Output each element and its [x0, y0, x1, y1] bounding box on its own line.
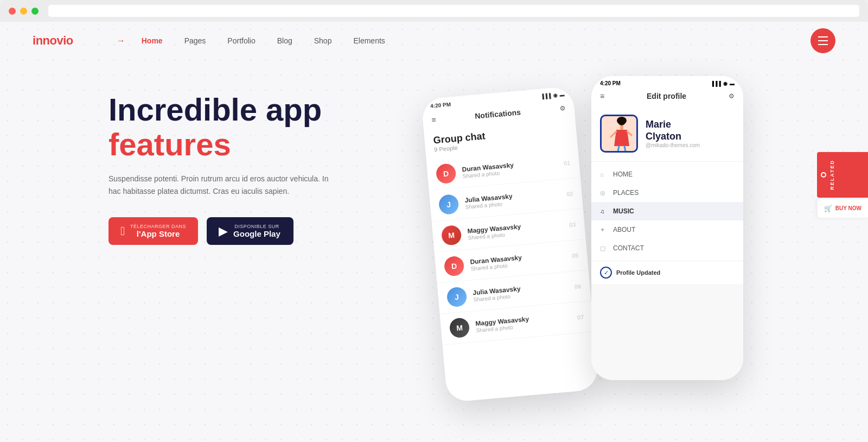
nav-arrow-icon: → — [117, 36, 125, 46]
profile-name: MarieClyaton — [646, 119, 700, 142]
profile-menu: ⌂ HOME ◎ PLACES ♫ MUSIC ✦ ABOUT — [591, 162, 743, 261]
cta-buttons:  Télécharger dans l'App Store ▶ DISPONI… — [108, 217, 336, 245]
hero-section: Incredible app features Suspendisse pote… — [0, 60, 336, 245]
menu-label-home: HOME — [613, 171, 633, 178]
hero-title-line1: Incredible app — [108, 92, 322, 127]
notif-avatar-2: J — [438, 194, 459, 215]
browser-minimize-dot[interactable] — [20, 8, 27, 15]
signal2-icon: ▐▐▐ — [711, 81, 721, 86]
svg-point-7 — [617, 117, 627, 124]
browser-chrome — [0, 0, 868, 22]
battery2-icon: ▬ — [730, 81, 735, 86]
contact-icon: ▢ — [600, 245, 608, 252]
related-tab[interactable]: RELATED — [817, 152, 868, 198]
nav-link-elements[interactable]: Elements — [353, 36, 385, 45]
phone2-header: ≡ Edit profile ⚙ — [591, 89, 743, 106]
phone1-time: 4:20 PM — [430, 102, 451, 109]
notif-info-4: Duran Wasavsky Shared a photo — [470, 249, 572, 271]
check-circle-icon: ✓ — [600, 267, 612, 279]
nav-link-pages[interactable]: Pages — [184, 36, 206, 45]
profile-updated-text: Profile Updated — [616, 269, 660, 276]
phone1-menu-icon: ≡ — [431, 115, 437, 124]
phone2-status-bar: 4:20 PM ▐▐▐ ◉ ▬ — [591, 76, 743, 89]
googleplay-button-text: DISPONIBLE SUR Google Play — [233, 224, 280, 238]
svg-line-5 — [624, 146, 626, 151]
notif-avatar-1: D — [436, 163, 457, 184]
notif-num-4: 05 — [572, 252, 579, 259]
phone-notifications: 4:20 PM ▐▐▐ ◉ ▬ ≡ Notifications ⚙ Group … — [421, 86, 599, 402]
googleplay-button[interactable]: ▶ DISPONIBLE SUR Google Play — [207, 217, 293, 245]
appstore-button[interactable]:  Télécharger dans l'App Store — [108, 217, 198, 245]
phone-edit-profile: 4:20 PM ▐▐▐ ◉ ▬ ≡ Edit profile ⚙ — [591, 76, 743, 380]
wifi-icon: ◉ — [553, 92, 558, 98]
browser-close-dot[interactable] — [9, 8, 16, 15]
notif-num-6: 07 — [577, 314, 584, 321]
cart-icon: 🛒 — [824, 205, 832, 212]
menu-label-places: PLACES — [613, 189, 639, 197]
page-content: innovio → Home Pages Portfolio Blog Shop… — [0, 22, 868, 442]
hamburger-line — [818, 40, 828, 41]
nav-link-shop[interactable]: Shop — [314, 36, 332, 45]
notif-info-2: Julia Wasavsky Shared a photo — [464, 187, 567, 210]
phone1-filter-icon: ⚙ — [559, 104, 566, 112]
apple-icon:  — [120, 224, 125, 238]
menu-item-music[interactable]: ♫ MUSIC — [591, 202, 743, 220]
places-icon: ◎ — [600, 190, 608, 197]
hamburger-menu-button[interactable] — [810, 28, 835, 53]
phone2-screen: 4:20 PM ▐▐▐ ◉ ▬ ≡ Edit profile ⚙ — [591, 76, 743, 380]
phone2-header-title: Edit profile — [647, 92, 686, 100]
notif-info-3: Maggy Wasavsky Shared a photo — [467, 218, 570, 241]
buy-now-tab[interactable]: 🛒 BUY NOW — [817, 199, 868, 218]
notif-avatar-3: M — [441, 225, 462, 246]
phone1-header-title: Notifications — [475, 108, 521, 120]
notif-avatar-4: D — [444, 256, 465, 277]
signal-icon: ▐▐▐ — [540, 93, 551, 99]
hero-title-highlight: features — [108, 127, 231, 162]
notif-avatar-5: J — [446, 286, 468, 307]
phone2-filter-icon: ⚙ — [729, 92, 735, 100]
menu-item-home[interactable]: ⌂ HOME — [591, 165, 743, 184]
svg-rect-6 — [620, 125, 623, 130]
hamburger-line — [818, 36, 828, 37]
nav-links: Home Pages Portfolio Blog Shop Elements — [142, 36, 385, 45]
browser-url-bar[interactable] — [48, 5, 859, 17]
buy-now-label: BUY NOW — [835, 205, 861, 211]
logo: innovio — [33, 34, 73, 48]
menu-item-places[interactable]: ◎ PLACES — [591, 184, 743, 202]
profile-section: MarieClyaton @mikado-themes.com — [591, 106, 743, 162]
phone2-menu-icon: ≡ — [600, 92, 604, 100]
svg-line-3 — [627, 131, 631, 135]
home-icon: ⌂ — [600, 171, 608, 178]
notif-info-6: Maggy Wasavsky Shared a photo — [475, 311, 578, 333]
phone2-time: 4:20 PM — [600, 80, 621, 86]
phones-container: 4:20 PM ▐▐▐ ◉ ▬ ≡ Notifications ⚙ Group … — [418, 49, 825, 429]
hero-description: Suspendisse potenti. Proin rutrum arcu i… — [108, 173, 336, 199]
hero-title: Incredible app features — [108, 92, 336, 162]
notif-info-1: Duran Wasavsky Shared a photo — [462, 156, 564, 179]
notif-num-5: 06 — [574, 283, 581, 290]
profile-figure-svg — [605, 116, 633, 151]
profile-updated-section: ✓ Profile Updated — [591, 261, 743, 284]
appstore-button-text: Télécharger dans l'App Store — [130, 224, 186, 238]
menu-label-about: ABOUT — [613, 226, 635, 233]
profile-email: @mikado-themes.com — [646, 142, 700, 148]
notification-list: D Duran Wasavsky Shared a photo 01 J Jul… — [426, 144, 599, 402]
menu-item-about[interactable]: ✦ ABOUT — [591, 220, 743, 239]
notif-info-5: Julia Wasavsky Shared a photo — [473, 280, 575, 302]
nav-link-blog[interactable]: Blog — [277, 36, 292, 45]
svg-line-4 — [618, 146, 619, 151]
nav-link-portfolio[interactable]: Portfolio — [227, 36, 255, 45]
notif-num-2: 02 — [566, 191, 573, 198]
navbar: innovio → Home Pages Portfolio Blog Shop… — [0, 22, 868, 60]
hamburger-line — [818, 44, 828, 45]
browser-maximize-dot[interactable] — [31, 8, 39, 15]
nav-link-home[interactable]: Home — [142, 36, 163, 45]
related-tab-dot — [821, 172, 826, 178]
notif-avatar-6: M — [449, 317, 470, 338]
menu-item-contact[interactable]: ▢ CONTACT — [591, 239, 743, 257]
phone1-screen: 4:20 PM ▐▐▐ ◉ ▬ ≡ Notifications ⚙ Group … — [421, 86, 599, 402]
related-tab-label: RELATED — [829, 160, 835, 190]
logo-text: innovio — [33, 34, 73, 47]
profile-avatar — [600, 115, 638, 153]
menu-label-contact: CONTACT — [613, 244, 644, 252]
